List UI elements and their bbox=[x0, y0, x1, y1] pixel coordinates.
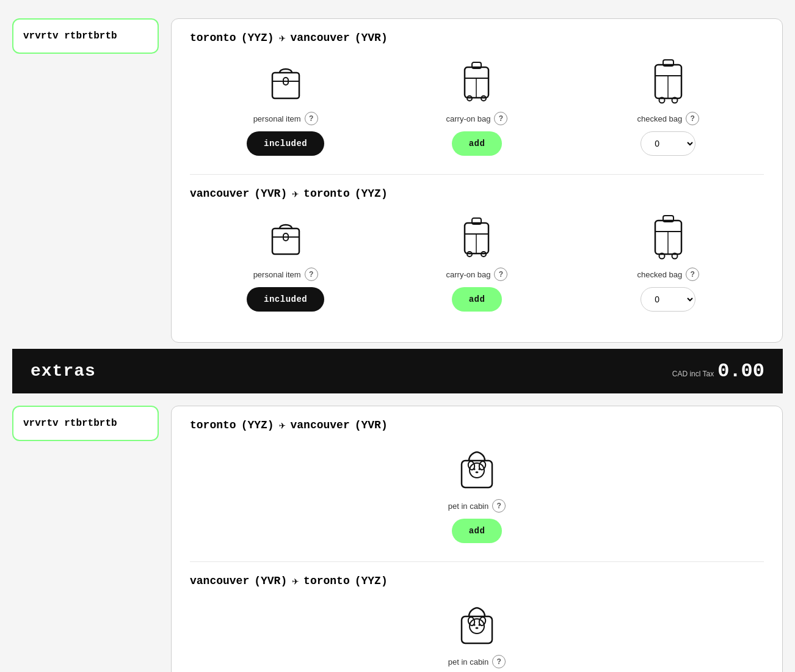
extras-route2-from: vancouver bbox=[190, 575, 249, 587]
route1-personal-item: personal item ? included bbox=[190, 57, 381, 156]
route2-carry-on-add-btn[interactable]: add bbox=[452, 287, 503, 312]
svg-point-34 bbox=[474, 469, 476, 470]
route1-carry-on: carry-on bag ? add bbox=[381, 57, 572, 156]
route1-checked-bag-label-row: checked bag ? bbox=[637, 112, 699, 125]
extras-route2-to: toronto bbox=[303, 575, 350, 587]
extras-route2-arrow-icon: ✈ bbox=[292, 574, 299, 588]
route1-from: toronto bbox=[190, 32, 236, 44]
extras-route1-from: toronto bbox=[190, 419, 236, 431]
route1-arrow-icon: ✈ bbox=[279, 31, 286, 45]
route-divider bbox=[190, 174, 764, 175]
route1-from-code: (YYZ) bbox=[241, 32, 274, 44]
route1-bag-items: personal item ? included bbox=[190, 57, 764, 156]
extras-route2-pet-label-row: pet in cabin ? bbox=[448, 655, 506, 668]
route1-checked-bag: checked bag ? 0 1 2 3 bbox=[573, 57, 764, 156]
extras-route-divider bbox=[190, 561, 764, 562]
route2-carry-on-label-row: carry-on bag ? bbox=[446, 268, 508, 281]
route2-personal-item-label-row: personal item ? bbox=[253, 268, 318, 281]
route1-checked-bag-label: checked bag bbox=[637, 114, 682, 123]
page-container: vrvrtv rtbrtbrtb toronto (YYZ) ✈ vancouv… bbox=[0, 0, 795, 672]
route1-carry-on-label: carry-on bag bbox=[446, 114, 491, 123]
extras-header-bar: extras CAD incl Tax 0.00 bbox=[12, 349, 783, 393]
route2-to: toronto bbox=[303, 188, 350, 200]
route2-to-code: (YYZ) bbox=[355, 188, 388, 200]
route2-header: vancouver (YVR) ✈ toronto (YYZ) bbox=[190, 187, 764, 200]
route2-personal-item: personal item ? included bbox=[190, 213, 381, 312]
extras-route1-to: vancouver bbox=[290, 419, 349, 431]
passenger-name-extras: vrvrtv rtbrtbrtb bbox=[23, 418, 117, 429]
checked-bag-icon-r1 bbox=[644, 57, 692, 106]
route1-to: vancouver bbox=[290, 32, 349, 44]
passenger-name-baggage: vrvrtv rtbrtbrtb bbox=[23, 31, 117, 42]
route1-checked-bag-help[interactable]: ? bbox=[686, 112, 699, 125]
svg-point-36 bbox=[476, 472, 479, 473]
pet-icon-r2 bbox=[452, 600, 501, 649]
extras-content-card: toronto (YYZ) ✈ vancouver (YVR) bbox=[171, 406, 783, 672]
route2-personal-item-included-btn[interactable]: included bbox=[247, 287, 324, 312]
section-gap bbox=[0, 393, 795, 400]
svg-point-41 bbox=[474, 624, 476, 626]
svg-point-42 bbox=[479, 624, 481, 626]
route2-checked-bag-help[interactable]: ? bbox=[686, 268, 699, 281]
passenger-card-baggage: vrvrtv rtbrtbrtb bbox=[12, 18, 159, 54]
route1-checked-bag-qty[interactable]: 0 1 2 3 bbox=[641, 131, 695, 156]
pet-icon-r1 bbox=[452, 444, 501, 493]
route2-carry-on-help[interactable]: ? bbox=[494, 268, 507, 281]
route1-carry-on-help[interactable]: ? bbox=[494, 112, 507, 125]
route2-carry-on-label: carry-on bag bbox=[446, 270, 491, 279]
route2-personal-item-label: personal item bbox=[253, 270, 301, 279]
baggage-content-card: toronto (YYZ) ✈ vancouver (YVR) bbox=[171, 18, 783, 343]
route1-header: toronto (YYZ) ✈ vancouver (YVR) bbox=[190, 31, 764, 45]
extras-route2-from-code: (YVR) bbox=[254, 575, 287, 587]
svg-point-38 bbox=[470, 619, 484, 634]
route2-bag-items: personal item ? included bbox=[190, 213, 764, 312]
extras-route2-items: pet in cabin ? bbox=[190, 600, 764, 668]
route2-personal-item-help[interactable]: ? bbox=[305, 268, 318, 281]
route2-from-code: (YVR) bbox=[254, 188, 287, 200]
extras-route2-header: vancouver (YVR) ✈ toronto (YYZ) bbox=[190, 574, 764, 588]
extras-route2-pet-label: pet in cabin bbox=[448, 657, 489, 667]
svg-rect-37 bbox=[462, 616, 492, 643]
extras-price-wrapper: CAD incl Tax 0.00 bbox=[672, 360, 764, 382]
route1-personal-item-help[interactable]: ? bbox=[305, 112, 318, 125]
personal-item-icon-r2 bbox=[261, 213, 310, 261]
extras-route2-to-code: (YYZ) bbox=[355, 575, 388, 587]
route1-carry-on-label-row: carry-on bag ? bbox=[446, 112, 508, 125]
extras-route1-pet-help[interactable]: ? bbox=[492, 499, 506, 513]
personal-item-icon bbox=[261, 57, 310, 106]
extras-route1-pet: pet in cabin ? add bbox=[190, 444, 764, 543]
route2-from: vancouver bbox=[190, 188, 249, 200]
extras-route1-header: toronto (YYZ) ✈ vancouver (YVR) bbox=[190, 418, 764, 432]
extras-route1-pet-label-row: pet in cabin ? bbox=[448, 499, 506, 513]
route2-checked-bag-qty[interactable]: 0 1 2 3 bbox=[641, 287, 695, 312]
extras-title: extras bbox=[31, 362, 96, 381]
route2-checked-bag-label-row: checked bag ? bbox=[637, 268, 699, 281]
extras-route1-arrow-icon: ✈ bbox=[279, 418, 286, 432]
passenger-card-extras: vrvrtv rtbrtbrtb bbox=[12, 406, 159, 441]
svg-point-43 bbox=[476, 627, 479, 629]
extras-route1-items: pet in cabin ? add bbox=[190, 444, 764, 543]
route2-carry-on: carry-on bag ? add bbox=[381, 213, 572, 312]
baggage-section: vrvrtv rtbrtbrtb toronto (YYZ) ✈ vancouv… bbox=[0, 12, 795, 349]
svg-point-31 bbox=[470, 463, 484, 478]
extras-route1-from-code: (YYZ) bbox=[241, 419, 274, 431]
svg-rect-30 bbox=[462, 461, 492, 488]
svg-point-35 bbox=[479, 469, 481, 470]
checked-bag-icon-r2 bbox=[644, 213, 692, 261]
route2-arrow-icon: ✈ bbox=[292, 187, 299, 200]
route1-personal-item-label: personal item bbox=[253, 114, 301, 123]
route1-personal-item-label-row: personal item ? bbox=[253, 112, 318, 125]
route1-to-code: (YVR) bbox=[355, 32, 388, 44]
route1-carry-on-add-btn[interactable]: add bbox=[452, 131, 503, 156]
route1-personal-item-included-btn[interactable]: included bbox=[247, 131, 324, 156]
extras-route1-pet-add-btn[interactable]: add bbox=[452, 519, 503, 543]
route2-checked-bag: checked bag ? 0 1 2 3 bbox=[573, 213, 764, 312]
extras-route1-to-code: (YVR) bbox=[355, 419, 388, 431]
route2-checked-bag-label: checked bag bbox=[637, 270, 682, 279]
extras-price-label: CAD incl Tax bbox=[672, 370, 714, 378]
extras-section: vrvrtv rtbrtbrtb toronto (YYZ) ✈ vancouv… bbox=[0, 400, 795, 672]
extras-route2-pet-help[interactable]: ? bbox=[492, 655, 506, 668]
extras-route2-pet: pet in cabin ? bbox=[190, 600, 764, 668]
extras-price-value: 0.00 bbox=[717, 360, 764, 382]
carry-on-icon-r1 bbox=[452, 57, 501, 106]
